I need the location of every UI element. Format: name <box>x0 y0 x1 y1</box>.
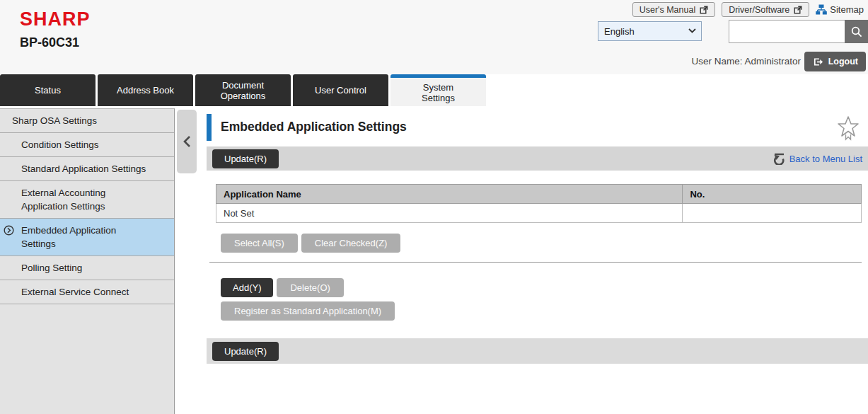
settings-sidebar: Sharp OSA Settings Condition Settings St… <box>0 108 175 414</box>
external-link-icon <box>794 6 802 14</box>
language-select-wrap: English <box>598 21 702 41</box>
cell-no <box>683 204 862 223</box>
logout-icon <box>812 56 824 68</box>
search-icon <box>850 25 863 38</box>
back-to-menu-list-link[interactable]: Back to Menu List <box>772 152 862 165</box>
logout-button[interactable]: Logout <box>804 52 866 71</box>
user-name-text: User Name: Administrator <box>691 56 801 67</box>
driver-software-button[interactable]: Driver/Software <box>722 2 809 17</box>
selected-arrow-icon <box>4 225 14 236</box>
add-button[interactable]: Add(Y) <box>221 278 273 297</box>
sidebar-item-external-accounting-application-settings[interactable]: External Accounting Application Settings <box>0 181 174 219</box>
bottom-toolbar: Update(R) <box>207 338 868 364</box>
main-tabbar: Status Address Book Document Operations … <box>0 74 868 106</box>
header-quicklinks: User's Manual Driver/Software Sitemap <box>632 2 864 17</box>
page-title-row: Embedded Application Settings <box>207 114 868 141</box>
search-bar <box>729 20 868 43</box>
column-header-no: No. <box>683 185 862 204</box>
tab-document-operations[interactable]: Document Operations <box>195 74 291 106</box>
driver-software-label: Driver/Software <box>729 5 789 15</box>
page-header: SHARP BP-60C31 User's Manual Driver/Soft… <box>0 0 868 74</box>
sidebar-item-label: Embedded Application Settings <box>21 225 116 249</box>
register-as-standard-application-button[interactable]: Register as Standard Application(M) <box>221 301 395 321</box>
add-delete-buttons-row: Add(Y) Delete(O) <box>221 278 344 297</box>
tab-label: System Settings <box>422 82 455 103</box>
tab-system-settings[interactable]: System Settings <box>390 74 486 107</box>
sidebar-item-sharp-osa-settings[interactable]: Sharp OSA Settings <box>0 109 174 133</box>
cell-application-name: Not Set <box>216 204 683 223</box>
search-input[interactable] <box>729 20 845 43</box>
sidebar-item-polling-setting[interactable]: Polling Setting <box>0 256 174 280</box>
selection-buttons-row: Select All(S) Clear Checked(Z) <box>221 234 400 253</box>
sharp-logo: SHARP <box>20 8 91 30</box>
column-header-application-name: Application Name <box>216 185 683 204</box>
update-button-top[interactable]: Update(R) <box>212 149 279 168</box>
delete-button[interactable]: Delete(O) <box>277 278 343 297</box>
sidebar-item-external-service-connect[interactable]: External Service Connect <box>0 280 174 304</box>
sitemap-icon <box>816 4 827 15</box>
tab-label: Address Book <box>117 85 174 96</box>
language-select[interactable]: English <box>598 21 702 41</box>
tab-label: Status <box>35 85 61 96</box>
tab-user-control[interactable]: User Control <box>293 74 388 106</box>
external-link-icon <box>700 6 708 14</box>
tab-address-book[interactable]: Address Book <box>98 74 193 106</box>
back-to-top-icon <box>772 152 786 165</box>
page-title: Embedded Application Settings <box>221 120 407 134</box>
select-all-button[interactable]: Select All(S) <box>221 234 298 253</box>
users-manual-label: User's Manual <box>640 5 696 15</box>
sitemap-label: Sitemap <box>830 4 864 15</box>
logout-label: Logout <box>828 57 858 67</box>
main-content: Embedded Application Settings Update(R) … <box>207 106 868 414</box>
sidebar-item-condition-settings[interactable]: Condition Settings <box>0 133 174 157</box>
title-accent-bar <box>207 114 212 141</box>
model-name: BP-60C31 <box>20 35 79 50</box>
tab-label: User Control <box>315 85 366 96</box>
sidebar-item-standard-application-settings[interactable]: Standard Application Settings <box>0 157 174 181</box>
sidebar-collapse-handle[interactable] <box>177 110 197 173</box>
clear-checked-button[interactable]: Clear Checked(Z) <box>301 234 401 253</box>
update-button-bottom[interactable]: Update(R) <box>212 342 279 361</box>
table-header-row: Application Name No. <box>216 185 862 204</box>
table-row[interactable]: Not Set <box>216 204 862 223</box>
section-divider <box>209 262 862 263</box>
sitemap-link[interactable]: Sitemap <box>816 4 864 15</box>
top-toolbar: Update(R) Back to Menu List <box>207 146 868 171</box>
back-to-menu-list-label: Back to Menu List <box>789 154 862 164</box>
chevron-left-icon <box>183 135 191 148</box>
application-table: Application Name No. Not Set <box>216 184 862 223</box>
users-manual-button[interactable]: User's Manual <box>632 2 716 17</box>
register-button-row: Register as Standard Application(M) <box>221 301 395 321</box>
tab-label: Document Operations <box>221 80 266 101</box>
search-button[interactable] <box>845 20 868 43</box>
sidebar-item-embedded-application-settings[interactable]: Embedded Application Settings <box>0 219 174 256</box>
favorite-star-icon[interactable] <box>837 115 860 141</box>
tab-status[interactable]: Status <box>0 74 96 106</box>
